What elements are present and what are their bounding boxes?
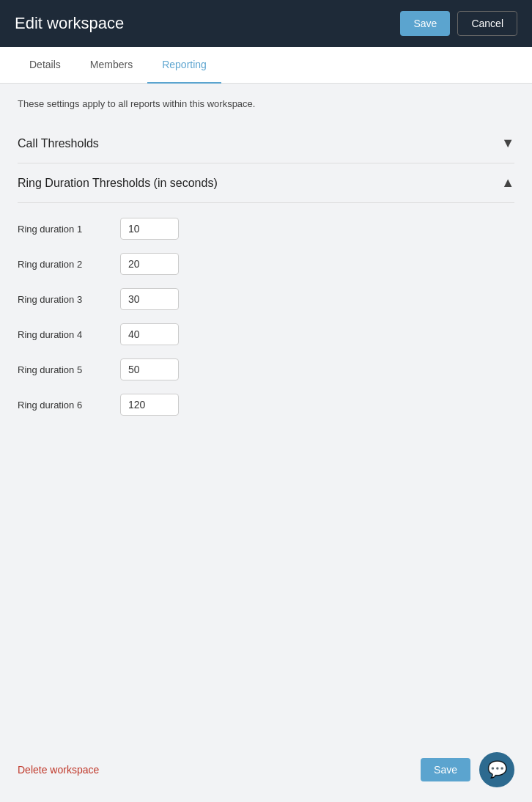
ring-duration-5-label: Ring duration 5: [18, 364, 120, 375]
content-area: These settings apply to all reports with…: [0, 84, 532, 737]
page-title: Edit workspace: [15, 14, 124, 33]
footer-save-button[interactable]: Save: [421, 758, 470, 781]
ring-duration-3-input[interactable]: [120, 288, 179, 310]
ring-duration-5-input[interactable]: [120, 358, 179, 380]
ring-duration-form: Ring duration 1 Ring duration 2 Ring dur…: [18, 203, 514, 436]
call-thresholds-title: Call Thresholds: [18, 137, 99, 150]
ring-duration-2-label: Ring duration 2: [18, 259, 120, 270]
tab-members[interactable]: Members: [75, 47, 147, 84]
delete-workspace-button[interactable]: Delete workspace: [18, 764, 99, 776]
ring-duration-2-input[interactable]: [120, 253, 179, 275]
ring-duration-chevron: ▲: [501, 175, 514, 191]
ring-duration-title: Ring Duration Thresholds (in seconds): [18, 177, 218, 190]
footer: Delete workspace Save 💬: [0, 737, 532, 802]
tab-details[interactable]: Details: [15, 47, 75, 84]
chat-icon: 💬: [487, 760, 507, 779]
header: Edit workspace Save Cancel: [0, 0, 532, 47]
ring-duration-row-6: Ring duration 6: [18, 394, 514, 416]
ring-duration-row-1: Ring duration 1: [18, 218, 514, 240]
settings-description: These settings apply to all reports with…: [18, 98, 514, 109]
ring-duration-row-2: Ring duration 2: [18, 253, 514, 275]
tab-reporting[interactable]: Reporting: [147, 47, 221, 84]
tabs-bar: Details Members Reporting: [0, 47, 532, 84]
call-thresholds-chevron: ▼: [501, 136, 514, 151]
cancel-button[interactable]: Cancel: [457, 11, 517, 36]
call-thresholds-section[interactable]: Call Thresholds ▼: [18, 124, 514, 163]
ring-duration-1-label: Ring duration 1: [18, 224, 120, 235]
save-button[interactable]: Save: [400, 11, 450, 36]
ring-duration-6-input[interactable]: [120, 394, 179, 416]
ring-duration-1-input[interactable]: [120, 218, 179, 240]
ring-duration-section[interactable]: Ring Duration Thresholds (in seconds) ▲: [18, 163, 514, 203]
chat-fab-button[interactable]: 💬: [479, 752, 514, 787]
ring-duration-4-input[interactable]: [120, 323, 179, 345]
ring-duration-row-4: Ring duration 4: [18, 323, 514, 345]
ring-duration-6-label: Ring duration 6: [18, 400, 120, 411]
header-actions: Save Cancel: [400, 11, 517, 36]
ring-duration-row-5: Ring duration 5: [18, 358, 514, 380]
ring-duration-row-3: Ring duration 3: [18, 288, 514, 310]
footer-right-actions: Save 💬: [421, 752, 514, 787]
ring-duration-3-label: Ring duration 3: [18, 294, 120, 305]
ring-duration-4-label: Ring duration 4: [18, 329, 120, 340]
